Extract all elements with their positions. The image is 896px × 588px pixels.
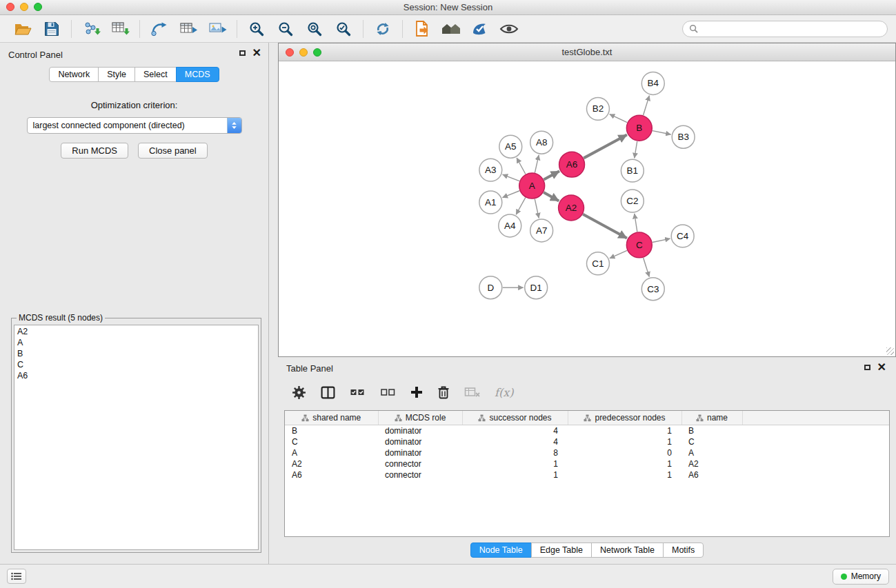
tab-style[interactable]: Style: [98, 67, 135, 82]
show-columns-button[interactable]: [321, 381, 335, 404]
table-row[interactable]: Cdominator41C: [285, 436, 889, 447]
minimize-window-button[interactable]: [20, 3, 28, 11]
graph-edge-A-A4[interactable]: [516, 198, 526, 215]
zoom-selected-button[interactable]: [329, 17, 358, 41]
network-minimize-button[interactable]: [299, 48, 308, 57]
apply-style-button[interactable]: [466, 17, 495, 41]
column-header[interactable]: name: [681, 411, 742, 425]
mcds-result-item[interactable]: C: [17, 359, 255, 370]
graph-node-A1[interactable]: A1: [479, 191, 502, 214]
tab-select[interactable]: Select: [135, 67, 177, 82]
column-header[interactable]: successor nodes: [462, 411, 568, 425]
memory-button[interactable]: Memory: [833, 569, 889, 585]
tab-motifs[interactable]: Motifs: [663, 543, 704, 558]
function-builder-button[interactable]: f(x): [495, 386, 513, 399]
export-network-button[interactable]: [145, 17, 174, 41]
graph-node-A2[interactable]: A2: [559, 195, 584, 221]
mcds-result-list[interactable]: A2ABCA6: [14, 325, 259, 550]
run-mcds-button[interactable]: Run MCDS: [61, 143, 128, 159]
graph-edge-A2-C[interactable]: [583, 214, 627, 239]
unselect-all-button[interactable]: [380, 381, 396, 404]
export-table-button[interactable]: [174, 17, 203, 41]
column-header[interactable]: predecessor nodes: [568, 411, 681, 425]
graph-edge-C-C2[interactable]: [635, 214, 637, 232]
graph-node-C4[interactable]: C4: [671, 225, 694, 247]
graph-edge-A-A8[interactable]: [535, 155, 539, 173]
graph-node-A7[interactable]: A7: [530, 219, 553, 242]
save-session-button[interactable]: [37, 17, 66, 41]
graph-node-B2[interactable]: B2: [587, 97, 610, 120]
graph-node-A5[interactable]: A5: [499, 135, 522, 158]
node-table-container[interactable]: shared nameMCDS rolesuccessor nodesprede…: [284, 410, 890, 537]
graph-edge-C-C1[interactable]: [610, 250, 627, 258]
graph-node-B1[interactable]: B1: [621, 159, 644, 182]
graph-node-B3[interactable]: B3: [672, 125, 695, 148]
import-network-button[interactable]: [77, 17, 106, 41]
delete-table-button[interactable]: [464, 381, 480, 404]
graph-node-C2[interactable]: C2: [621, 190, 644, 212]
close-window-button[interactable]: [6, 3, 14, 11]
mcds-result-item[interactable]: B: [17, 348, 255, 359]
graph-node-A4[interactable]: A4: [499, 214, 521, 237]
graph-node-C3[interactable]: C3: [641, 278, 664, 301]
zoom-out-button[interactable]: [271, 17, 300, 41]
graph-edge-B-B1[interactable]: [635, 141, 637, 158]
graph-node-C1[interactable]: C1: [587, 252, 610, 275]
graph-edge-C-C4[interactable]: [653, 239, 670, 242]
panel-float-button[interactable]: [239, 50, 246, 56]
tab-node-table[interactable]: Node Table: [470, 543, 532, 558]
select-all-button[interactable]: [350, 381, 366, 404]
table-row[interactable]: A2connector11A2: [285, 458, 889, 469]
mcds-result-item[interactable]: A: [17, 337, 255, 348]
table-row[interactable]: Adominator80A: [285, 447, 889, 458]
mcds-result-item[interactable]: A6: [17, 370, 255, 381]
add-column-button[interactable]: [410, 381, 423, 404]
table-row[interactable]: Bdominator41B: [285, 425, 889, 437]
zoom-in-button[interactable]: [242, 17, 271, 41]
graph-edge-A-A1[interactable]: [502, 191, 519, 198]
refresh-layout-button[interactable]: [368, 17, 397, 41]
graph-edge-A-A5[interactable]: [517, 158, 526, 174]
export-image-button[interactable]: [203, 17, 232, 41]
search-box[interactable]: [682, 21, 888, 37]
mcds-result-item[interactable]: A2: [17, 326, 255, 337]
graph-edge-A-A2[interactable]: [544, 192, 559, 201]
tab-edge-table[interactable]: Edge Table: [531, 543, 592, 558]
graph-edge-B-B4[interactable]: [644, 96, 650, 116]
graph-node-A8[interactable]: A8: [530, 131, 553, 154]
open-session-button[interactable]: [8, 17, 37, 41]
open-document-button[interactable]: [408, 17, 437, 41]
task-history-button[interactable]: [7, 569, 26, 584]
column-header[interactable]: MCDS role: [378, 411, 462, 425]
table-panel-float-button[interactable]: [864, 365, 870, 370]
panel-close-button[interactable]: ✕: [252, 49, 261, 57]
tab-network[interactable]: Network: [49, 67, 99, 82]
graph-edge-B-B3[interactable]: [653, 131, 671, 134]
network-canvas[interactable]: B4B2BB3A5A8A6B1A3AC2A1A2A4A7C4CC1C3DD1: [279, 61, 895, 356]
show-hide-button[interactable]: [495, 17, 524, 41]
zoom-window-button[interactable]: [34, 3, 42, 11]
table-settings-button[interactable]: [292, 381, 306, 404]
graph-edge-B-B2[interactable]: [610, 114, 627, 123]
graph-edge-A-A3[interactable]: [503, 174, 519, 181]
table-row[interactable]: A6connector11A6: [285, 469, 889, 480]
tab-network-table[interactable]: Network Table: [591, 543, 664, 558]
graph-node-A6[interactable]: A6: [559, 152, 585, 177]
delete-column-button[interactable]: [437, 381, 450, 404]
network-close-button[interactable]: [286, 48, 294, 57]
graph-node-A3[interactable]: A3: [479, 159, 502, 181]
optimization-select[interactable]: largest connected component (directed): [27, 117, 242, 134]
tab-mcds[interactable]: MCDS: [176, 67, 219, 82]
column-header[interactable]: shared name: [285, 411, 378, 425]
network-graph[interactable]: B4B2BB3A5A8A6B1A3AC2A1A2A4A7C4CC1C3DD1: [279, 61, 895, 356]
graph-node-D1[interactable]: D1: [525, 276, 548, 299]
close-panel-button[interactable]: Close panel: [138, 143, 208, 159]
graph-edge-A-A7[interactable]: [535, 199, 539, 219]
graph-node-B[interactable]: B: [626, 115, 652, 141]
network-zoom-button[interactable]: [313, 48, 321, 57]
table-panel-close-button[interactable]: ✕: [877, 363, 886, 372]
graph-node-A[interactable]: A: [519, 173, 545, 199]
graph-edge-A6-B[interactable]: [584, 135, 627, 159]
graph-node-D[interactable]: D: [479, 276, 502, 299]
graph-node-C[interactable]: C: [626, 232, 652, 258]
